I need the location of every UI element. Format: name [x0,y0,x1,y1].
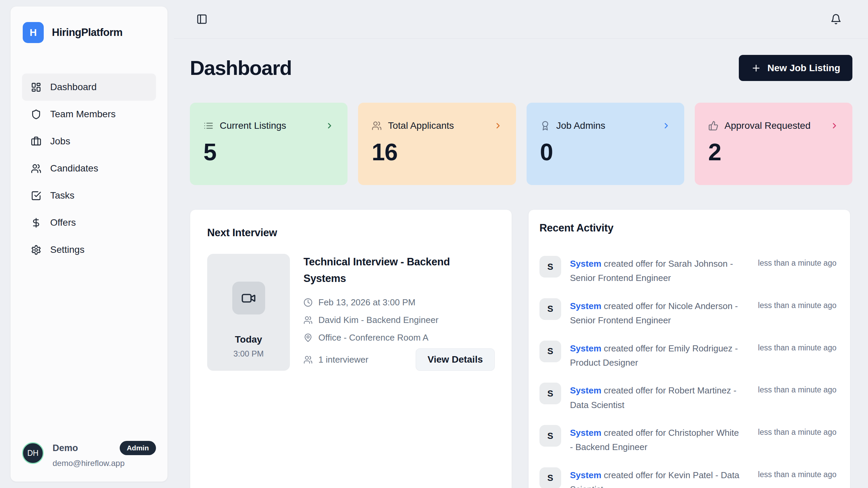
topbar [174,0,868,39]
list-icon [203,121,214,131]
role-badge: Admin [120,441,156,455]
interview-day: Today [235,334,262,345]
sidebar-nav: Dashboard Team Members Jobs Candidates T… [22,74,156,263]
clock-icon [303,298,313,307]
stat-label: Current Listings [220,120,286,131]
activity-list: S System created offer for Sarah Johnson… [539,256,836,488]
interview-location-row: Office - Conference Room A [303,332,495,343]
interview-candidate-row: David Kim - Backend Engineer [303,315,495,325]
stat-value: 2 [708,139,839,166]
sidebar-toggle-button[interactable] [194,12,210,27]
users-icon [372,121,382,131]
users-icon [303,316,313,325]
video-icon [241,291,256,306]
new-job-listing-button[interactable]: New Job Listing [739,55,852,81]
sidebar-item-jobs[interactable]: Jobs [22,128,156,155]
user-info: Demo Admin demo@hireflow.app [53,441,156,468]
gear-icon [31,245,41,255]
dollar-icon [31,218,41,228]
user-section[interactable]: DH Demo Admin demo@hireflow.app [22,441,156,468]
page-content: Dashboard New Job Listing Current Listin… [174,39,868,488]
interviewer-count: 1 interviewer [318,354,368,365]
interviewer-count-row: 1 interviewer [303,354,368,365]
stat-label: Approval Requested [725,120,811,131]
interview-datetime: Feb 13, 2026 at 3:00 PM [318,297,415,308]
stat-value: 16 [372,139,502,166]
stat-label: Job Admins [556,120,606,131]
stat-value: 0 [540,139,671,166]
logo-letter: H [30,27,37,38]
activity-avatar: S [539,256,561,278]
dashboard-icon [31,82,41,93]
activity-item: S System created offer for Christopher W… [539,425,836,454]
sidebar-item-label: Offers [50,217,76,228]
recent-activity-card: Recent Activity S System created offer f… [528,209,850,488]
view-details-button[interactable]: View Details [416,348,495,371]
sidebar-item-label: Dashboard [50,82,97,93]
user-name: Demo [53,443,78,453]
sidebar-item-label: Candidates [50,163,98,174]
stat-card-job-admins[interactable]: Job Admins 0 [527,103,684,185]
activity-item: S System created offer for Robert Martin… [539,383,836,412]
thumbs-up-icon [708,121,718,131]
chevron-right-icon [830,121,839,130]
activity-actor-link[interactable]: System [570,428,601,438]
sidebar-item-label: Team Members [50,109,116,120]
activity-item: S System created offer for Kevin Patel -… [539,467,836,488]
users-icon [303,355,313,364]
shield-icon [31,109,41,120]
app-name: HiringPlatform [52,26,122,39]
interview-title: Technical Interview - Backend Systems [303,254,466,287]
chevron-right-icon [662,121,671,130]
users-icon [31,163,41,174]
stat-card-approval-requested[interactable]: Approval Requested 2 [695,103,852,185]
sidebar-item-team-members[interactable]: Team Members [22,101,156,128]
activity-timestamp: less than a minute ago [758,298,836,310]
sidebar-item-label: Tasks [50,190,75,201]
stat-card-total-applicants[interactable]: Total Applicants 16 [358,103,516,185]
recent-activity-heading: Recent Activity [539,222,836,234]
activity-avatar: S [539,298,561,320]
sidebar-item-settings[interactable]: Settings [22,236,156,263]
chevron-right-icon [325,121,334,130]
video-icon-tile [232,282,265,314]
sidebar-item-dashboard[interactable]: Dashboard [22,74,156,101]
activity-timestamp: less than a minute ago [758,256,836,268]
activity-actor-link[interactable]: System [570,301,601,311]
notifications-button[interactable] [828,12,844,27]
activity-item: S System created offer for Sarah Johnson… [539,256,836,285]
interview-candidate: David Kim - Backend Engineer [318,315,438,325]
stat-card-current-listings[interactable]: Current Listings 5 [190,103,348,185]
activity-avatar: S [539,341,561,362]
activity-item: S System created offer for Emily Rodrigu… [539,341,836,370]
interview-date-panel: Today 3:00 PM [207,254,290,371]
activity-actor-link[interactable]: System [570,470,601,480]
activity-actor-link[interactable]: System [570,259,601,269]
app-logo: H [23,22,44,43]
sidebar-item-label: Settings [50,244,84,255]
activity-timestamp: less than a minute ago [758,425,836,437]
interview-datetime-row: Feb 13, 2026 at 3:00 PM [303,297,495,308]
stat-cards: Current Listings 5 Total Applicants [190,103,852,185]
activity-avatar: S [539,425,561,447]
chevron-right-icon [494,121,502,130]
sidebar-item-tasks[interactable]: Tasks [22,182,156,209]
sidebar-item-offers[interactable]: Offers [22,209,156,236]
activity-avatar: S [539,383,561,404]
activity-timestamp: less than a minute ago [758,383,836,394]
sidebar-item-candidates[interactable]: Candidates [22,155,156,182]
map-pin-icon [303,333,313,342]
panel-left-icon [196,14,208,25]
next-interview-card: Next Interview Today 3:00 PM Technical I… [190,209,512,488]
activity-timestamp: less than a minute ago [758,467,836,479]
brand: H HiringPlatform [22,18,156,47]
activity-timestamp: less than a minute ago [758,341,836,352]
activity-actor-link[interactable]: System [570,343,601,353]
bell-icon [830,14,842,25]
activity-item: S System created offer for Nicole Anders… [539,298,836,328]
avatar: DH [22,442,44,464]
stat-value: 5 [203,139,334,166]
activity-actor-link[interactable]: System [570,385,601,395]
stat-label: Total Applicants [388,120,454,131]
sidebar: H HiringPlatform Dashboard Team Members … [10,6,168,482]
